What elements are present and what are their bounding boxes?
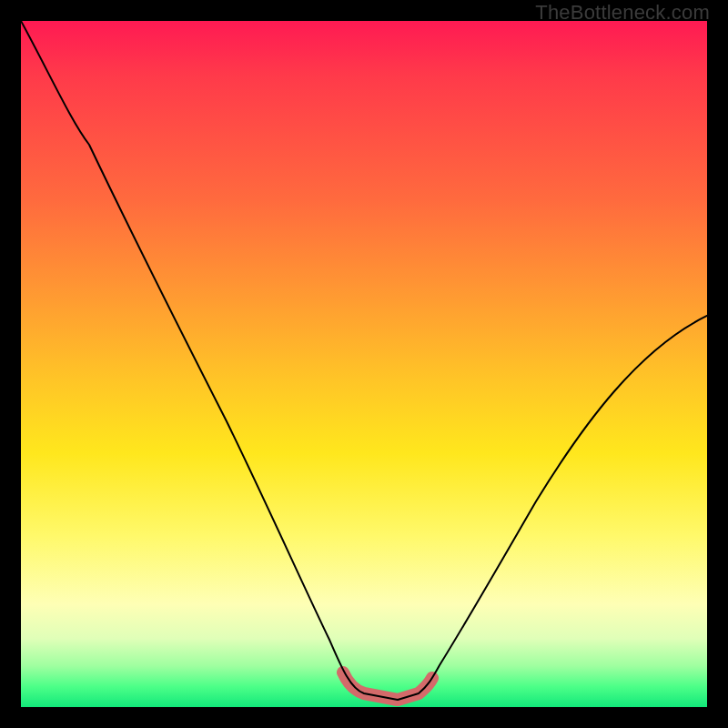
bottleneck-curve (21, 21, 707, 700)
plot-area (21, 21, 707, 707)
valley-highlight (343, 672, 432, 700)
plot-svg (21, 21, 707, 707)
watermark-text: TheBottleneck.com (535, 1, 710, 25)
chart-frame: TheBottleneck.com (0, 0, 728, 728)
